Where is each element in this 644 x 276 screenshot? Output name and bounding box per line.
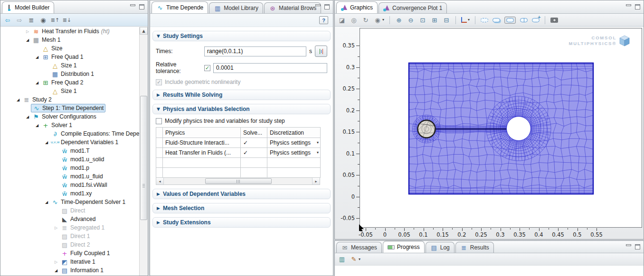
select-style-dashed-icon-button[interactable] <box>481 18 488 22</box>
help-icon[interactable]: ? <box>319 16 328 24</box>
forward-icon-button[interactable]: ⇨ <box>16 16 23 24</box>
table-row[interactable]: Heat Transfer in Fluids (...✓Physics set… <box>156 148 321 158</box>
relative-tolerance-input[interactable] <box>213 63 327 73</box>
tree-item-study-2[interactable]: ◢≣Study 2 <box>0 95 140 104</box>
section-results-while-solving[interactable]: ▶ Results While Solving <box>152 90 331 100</box>
tree-item-solver-configurations[interactable]: ◢⚑Solver Configurations <box>0 112 140 121</box>
zoom-extents-icon-button[interactable]: ⊞ <box>431 16 438 24</box>
move-up-icon-button[interactable]: ≣↑ <box>51 16 59 24</box>
tab-time-depende[interactable]: ∿Time Depende <box>152 1 208 13</box>
physics-table-hscrollbar[interactable]: ◂ ▸ <box>156 178 320 185</box>
tree-item-mod1-xy[interactable]: w̄mod1.xy <box>0 189 140 198</box>
back-icon-button[interactable]: ⇦ <box>4 16 11 24</box>
minimize-icon[interactable] <box>626 4 631 6</box>
axis-orientation-icon-button[interactable]: ▾ <box>461 17 470 23</box>
expanded-arrow-icon[interactable]: ◢ <box>43 200 50 204</box>
scrollbar-thumb[interactable] <box>140 96 147 220</box>
snapshot-icon-button[interactable] <box>550 18 558 23</box>
collapse-all-icon-button[interactable]: ≣ <box>28 16 35 24</box>
zoom-out-icon-button[interactable]: ⊖ <box>407 16 415 24</box>
tree-item-direct-2[interactable]: ▨Direct 2 <box>0 240 140 249</box>
tab-messages[interactable]: ✉Messages <box>336 242 382 253</box>
section-mesh-selection[interactable]: ▶ Mesh Selection <box>152 203 331 213</box>
section-study-settings[interactable]: ▼ Study Settings <box>152 31 331 41</box>
tab-model-library[interactable]: ▥Model Library <box>209 2 263 13</box>
tab-log[interactable]: ▤Log <box>426 242 455 253</box>
zoom-box-icon-button[interactable]: ⊡ <box>419 16 426 24</box>
maximize-icon[interactable] <box>139 4 144 9</box>
tree-item-size-1[interactable]: △Size 1 <box>0 87 140 95</box>
tab-results[interactable]: ≣Results <box>455 242 494 253</box>
tree-item-direct[interactable]: ▨Direct <box>0 206 140 215</box>
tree-item-fully-coupled-1[interactable]: +Fully Coupled 1 <box>0 249 140 258</box>
tree-item-mesh-1[interactable]: ◢▦Mesh 1 <box>0 36 140 44</box>
expanded-arrow-icon[interactable]: ◢ <box>15 98 21 102</box>
visibility-icon-button[interactable]: ◎ <box>350 16 358 24</box>
section-physics-variables-selection[interactable]: ▼ Physics and Variables Selection <box>152 104 331 114</box>
view-options-icon-button[interactable]: ◉▾ <box>374 16 384 24</box>
tree-item-item[interactable]: ▲ <box>0 275 140 276</box>
scroll-left-icon[interactable]: ◂ <box>156 178 164 184</box>
tab-progress[interactable]: Progress <box>383 241 425 253</box>
maximize-icon[interactable] <box>635 4 640 9</box>
section-values-of-dependent-variables[interactable]: ▶ Values of Dependent Variables <box>152 189 331 199</box>
tree-item-mod1-u-solid[interactable]: w̄mod1.u_solid <box>0 155 140 164</box>
expanded-arrow-icon[interactable]: ◢ <box>43 140 50 145</box>
scroll-up-icon[interactable]: ▲ <box>140 27 148 35</box>
expanded-arrow-icon[interactable]: ◢ <box>24 38 31 42</box>
discretization-cell[interactable]: Physics settings▾ <box>267 148 321 158</box>
maximize-icon[interactable] <box>635 244 640 249</box>
tree-scrollbar[interactable]: ▲ <box>139 27 148 276</box>
tree-item-mod1-t[interactable]: w̄mod1.T <box>0 147 140 155</box>
tree-item-segregated-1[interactable]: ▷≣Segregated 1 <box>0 223 140 232</box>
tab-graphics[interactable]: Graphics <box>336 1 378 13</box>
table-row[interactable]: Fluid-Structure Interacti...✓Physics set… <box>156 138 321 148</box>
zoom-selected-icon-button[interactable]: ⊟ <box>443 16 450 24</box>
zoom-in-icon-button[interactable]: ⊕ <box>395 16 403 24</box>
tree-item-size[interactable]: △Size <box>0 44 140 53</box>
show-options-icon-button[interactable]: ◉ <box>39 16 47 24</box>
tree-item-size-1[interactable]: △Size 1 <box>0 61 140 70</box>
collapsed-arrow-icon[interactable]: ▷ <box>53 226 59 230</box>
tab-material-brows[interactable]: ⊛Material Brows <box>264 2 321 13</box>
minimize-icon[interactable] <box>130 4 135 6</box>
scroll-right-icon[interactable]: ▸ <box>312 178 320 184</box>
table-header-discretization[interactable]: Discretization <box>267 128 321 138</box>
relative-tolerance-checkbox[interactable] <box>204 65 210 71</box>
tree-item-iterative-1[interactable]: ▷◩Iterative 1 <box>0 258 140 266</box>
section-study-extensions[interactable]: ▶ Study Extensions <box>152 217 331 228</box>
times-input[interactable] <box>204 46 306 56</box>
tree-item-direct-1[interactable]: ▨Direct 1 <box>0 232 140 240</box>
move-progress-icon-button[interactable]: ▥ <box>338 256 346 263</box>
tree-item-heat-transfer-in-fluids[interactable]: ▷≋Heat Transfer in Fluids(ht) <box>0 27 140 36</box>
discretization-cell[interactable]: Physics settings▾ <box>267 138 321 148</box>
minimize-icon[interactable] <box>315 4 321 6</box>
expanded-arrow-icon[interactable]: ◢ <box>34 123 40 128</box>
select-style-pair-icon-button[interactable] <box>492 18 500 22</box>
tree-item-advanced[interactable]: ◣Advanced <box>0 215 140 223</box>
expanded-arrow-icon[interactable]: ◢ <box>53 268 59 273</box>
scrollbar-track[interactable] <box>164 178 312 184</box>
range-picker-icon[interactable] <box>315 46 327 57</box>
tab-convergence-plot-1[interactable]: Convergence Plot 1 <box>379 2 447 13</box>
select-style-add-icon-button[interactable] <box>532 18 540 22</box>
expanded-arrow-icon[interactable]: ◢ <box>34 81 40 85</box>
minimize-icon[interactable] <box>626 244 631 246</box>
tab-model-builder[interactable]: Model Builder <box>2 1 54 13</box>
tree-item-mod1-fsi-vwall[interactable]: w̄mod1.fsi.vWall <box>0 181 140 189</box>
table-header-physics[interactable]: Physics <box>163 128 241 138</box>
tree-item-distribution-1[interactable]: ▦Distribution 1 <box>0 70 140 78</box>
tree-item-free-quad-1[interactable]: ◢⊞Free Quad 1 <box>0 53 140 61</box>
tree-item-mod1-p[interactable]: w̄mod1.p <box>0 164 140 172</box>
plot-while-solving-icon-button[interactable]: ✎▾ <box>350 256 360 263</box>
tree-item-compile-equations-time-dependent[interactable]: ∂Compile Equations: Time Dependent <box>0 129 140 138</box>
tree-item-information-1[interactable]: ◢▤Information 1 <box>0 266 140 275</box>
reset-hiding-icon-button[interactable]: ↻ <box>362 16 369 24</box>
expanded-arrow-icon[interactable]: ◢ <box>24 115 31 119</box>
tree-item-dependent-variables-1[interactable]: ◢u,v,wDependent Variables 1 <box>0 138 140 147</box>
tree-item-step-1-time-dependent[interactable]: ∿Step 1: Time Dependent <box>0 104 140 112</box>
scrollbar-thumb[interactable] <box>205 178 271 184</box>
tree-item-mod1-u-fluid[interactable]: w̄mod1.u_fluid <box>0 172 140 181</box>
transparency-icon-button[interactable]: ◪ <box>338 16 346 24</box>
table-header-solve[interactable]: Solve... <box>241 128 267 138</box>
